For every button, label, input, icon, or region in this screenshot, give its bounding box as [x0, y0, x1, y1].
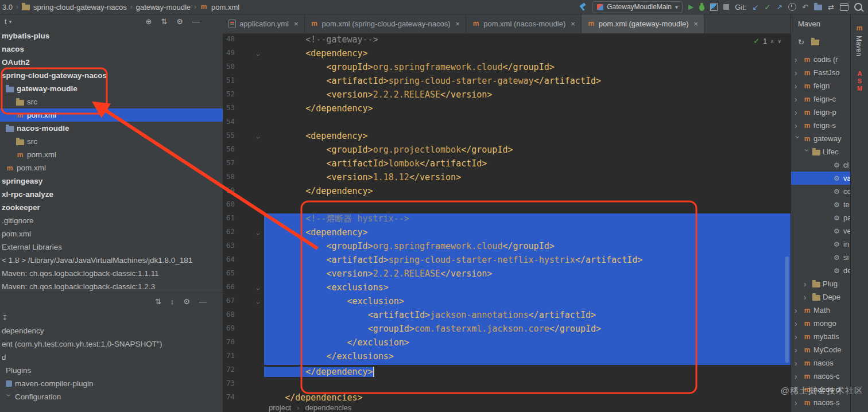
- structure-tree-item[interactable]: maven-compiler-plugin: [0, 377, 223, 390]
- code-line[interactable]: 65 <version>2.2.2.RELEASE</version>: [223, 269, 790, 282]
- hide-panel-icon[interactable]: —: [199, 297, 207, 306]
- code-line[interactable]: 70 </exclusion>: [223, 337, 790, 351]
- chevron-right-icon[interactable]: ›: [804, 279, 810, 289]
- code-line[interactable]: 63 <groupId>org.springframework.cloud</g…: [223, 241, 790, 255]
- run-config-selector[interactable]: GatewayMoudleMain ▾: [592, 1, 683, 13]
- asm-strip-button[interactable]: A S M: [851, 70, 868, 92]
- gear-icon[interactable]: ⚙: [183, 297, 190, 306]
- editor-tab[interactable]: mpom.xml (gateway-moudle)×: [582, 14, 704, 33]
- maven-strip-button[interactable]: Maven: [855, 36, 863, 56]
- project-tree-item[interactable]: pom.xml: [0, 227, 223, 240]
- build-icon[interactable]: [578, 3, 587, 11]
- chevron-right-icon[interactable]: ›: [795, 95, 801, 104]
- maven-tree-item[interactable]: ›mnacos-c: [791, 370, 851, 383]
- editor-tab[interactable]: mpom.xml (nacos-moudle)×: [466, 14, 582, 33]
- project-tree-item[interactable]: Maven: ch.qos.logback:logback-classic:1.…: [0, 267, 223, 280]
- fold-marker[interactable]: ›: [251, 233, 265, 235]
- maven-tree-item[interactable]: ›mnacos: [791, 356, 851, 370]
- chevron-right-icon[interactable]: ›: [795, 306, 801, 315]
- collapse-all-icon[interactable]: ↕: [170, 297, 175, 306]
- project-tree-item[interactable]: src: [0, 95, 223, 108]
- code-line[interactable]: 57 <artifactId>lombok</artifactId>: [223, 158, 790, 172]
- project-tree-item[interactable]: spring-cloud-gateway-nacos: [0, 69, 223, 82]
- next-issue-icon[interactable]: ∨: [777, 38, 781, 44]
- code-line[interactable]: 71 </exclusions>: [223, 351, 790, 365]
- code-line[interactable]: 53 </dependency>: [223, 103, 790, 117]
- structure-tree-item[interactable]: ↧: [0, 311, 223, 324]
- maven-tree-item[interactable]: ›mmybatis: [791, 330, 851, 343]
- structure-tree-item[interactable]: ›Configuration: [0, 390, 223, 403]
- chevron-right-icon[interactable]: ›: [795, 398, 801, 407]
- chevron-down-icon[interactable]: ›: [803, 149, 812, 155]
- code-line[interactable]: 73: [223, 379, 790, 392]
- chevron-down-icon[interactable]: ›: [5, 394, 14, 400]
- fold-marker[interactable]: ›: [251, 137, 265, 139]
- project-tree-item[interactable]: .gitignore: [0, 214, 223, 227]
- maven-tree-item[interactable]: ›mfeign-c: [791, 92, 851, 106]
- git-update-icon[interactable]: ↙: [752, 3, 758, 11]
- project-tree-item[interactable]: gateway-moudle: [0, 82, 223, 95]
- breadcrumb-item[interactable]: project: [269, 403, 291, 412]
- code-editor[interactable]: 48 <!--gateway-->49› <dependency>50 <gro…: [223, 33, 790, 403]
- code-line[interactable]: 52 <version>2.2.2.RELEASE</version>: [223, 90, 790, 103]
- code-line[interactable]: 49› <dependency>: [223, 48, 790, 62]
- maven-tree-item[interactable]: ›mFastJso: [791, 66, 851, 79]
- structure-tree-item[interactable]: dependency: [0, 324, 223, 337]
- maven-tree-item[interactable]: ›mnacos-s: [791, 396, 851, 409]
- code-line[interactable]: 50 <groupId>org.springframework.cloud</g…: [223, 62, 790, 76]
- maven-tree-item[interactable]: ⚙pa: [791, 211, 851, 224]
- maven-tree-item[interactable]: ›Depe: [791, 290, 851, 304]
- restore-windows-icon[interactable]: [840, 3, 848, 11]
- code-line[interactable]: 61 <!--熔断器 hystrix-->: [223, 213, 790, 227]
- git-push-icon[interactable]: ↗: [776, 3, 782, 11]
- project-tree-item[interactable]: nacos: [0, 42, 223, 56]
- close-tab-icon[interactable]: ×: [456, 20, 460, 28]
- chevron-right-icon[interactable]: ›: [795, 345, 801, 355]
- chevron-right-icon[interactable]: ›: [795, 68, 801, 77]
- breadcrumb-item[interactable]: dependencies: [305, 403, 351, 412]
- maven-tree-item[interactable]: ⚙in: [791, 238, 851, 251]
- maven-tree-item[interactable]: ⚙va: [791, 172, 851, 185]
- debug-icon[interactable]: [699, 5, 704, 11]
- structure-tree-item[interactable]: ent (com.yh.test:com.yh.test:1.0-SNAPSHO…: [0, 337, 223, 351]
- maven-tree-item[interactable]: ›mMyCode: [791, 343, 851, 356]
- maven-tree-item[interactable]: ›mfeign-s: [791, 119, 851, 132]
- code-line[interactable]: 67› <exclusion>: [223, 296, 790, 310]
- project-tree-item[interactable]: mpom.xml: [0, 148, 223, 161]
- project-panel-title[interactable]: t: [5, 17, 7, 26]
- chevron-right-icon[interactable]: ›: [795, 108, 801, 117]
- maven-tree-item[interactable]: ⚙co: [791, 185, 851, 198]
- project-tree-item[interactable]: Maven: ch.qos.logback:logback-classic:1.…: [0, 280, 223, 293]
- maven-tree-item[interactable]: ›mmongo: [791, 317, 851, 330]
- search-everywhere-icon[interactable]: [854, 3, 862, 11]
- close-tab-icon[interactable]: ×: [294, 20, 299, 28]
- code-line[interactable]: 54: [223, 117, 790, 131]
- compare-icon[interactable]: ⇄: [828, 3, 834, 11]
- project-tree-item[interactable]: mpom.xml: [0, 108, 223, 122]
- expand-all-icon[interactable]: ⇅: [155, 297, 161, 306]
- project-tree-item[interactable]: < 1.8 > /Library/Java/JavaVirtualMachine…: [0, 254, 223, 267]
- project-tree-item[interactable]: zookeeper: [0, 201, 223, 214]
- breadcrumb-item[interactable]: pom.xml: [211, 3, 239, 11]
- code-line[interactable]: 59 </dependency>: [223, 186, 790, 200]
- close-tab-icon[interactable]: ×: [694, 20, 699, 28]
- git-commit-icon[interactable]: ✓: [764, 3, 770, 11]
- code-line[interactable]: 51 <artifactId>spring-cloud-starter-gate…: [223, 76, 790, 90]
- code-line[interactable]: 62› <dependency>: [223, 227, 790, 241]
- maven-tree-item[interactable]: ›mfeign-p: [791, 106, 851, 119]
- collapse-all-icon[interactable]: ⇅: [161, 17, 167, 26]
- gear-icon[interactable]: ⚙: [176, 17, 183, 26]
- close-tab-icon[interactable]: ×: [571, 20, 575, 28]
- project-tree-item[interactable]: nacos-moudle: [0, 122, 223, 135]
- chevron-right-icon[interactable]: ›: [795, 319, 801, 328]
- locate-file-icon[interactable]: ⊕: [146, 17, 152, 26]
- undo-icon[interactable]: ↶: [802, 3, 808, 11]
- run-button[interactable]: ▶: [688, 3, 693, 11]
- project-tree-item[interactable]: mpom.xml: [0, 161, 223, 174]
- hide-panel-icon[interactable]: —: [192, 17, 200, 26]
- code-line[interactable]: 58 <version>1.18.12</version>: [223, 172, 790, 186]
- download-sources-icon[interactable]: [811, 40, 819, 45]
- chevron-down-icon[interactable]: ›: [793, 135, 803, 142]
- maven-tree-item[interactable]: ⚙ve: [791, 224, 851, 238]
- code-line[interactable]: 68 <artifactId>jackson-annotations</arti…: [223, 310, 790, 324]
